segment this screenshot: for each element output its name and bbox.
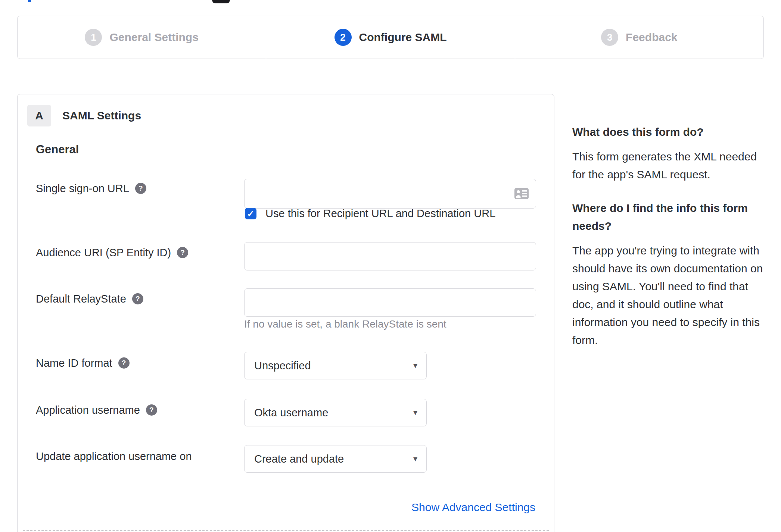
sso-url-input[interactable] (244, 179, 536, 209)
caret-down-icon: ▾ (413, 361, 417, 370)
relaystate-input[interactable] (244, 288, 536, 317)
step-1-label: General Settings (109, 31, 198, 44)
relaystate-helper-text: If no value is set, a blank RelayState i… (244, 318, 446, 330)
recipient-url-checkbox-row: ✓ Use this for Recipient URL and Destina… (245, 207, 495, 220)
update-username-label: Update application username on (36, 449, 192, 464)
caret-down-icon: ▾ (413, 454, 417, 464)
audience-uri-input[interactable] (244, 242, 536, 270)
help-question-2: Where do I find the info this form needs… (572, 199, 765, 235)
show-advanced-settings-link[interactable]: Show Advanced Settings (411, 501, 535, 514)
recipient-url-checkbox-label: Use this for Recipient URL and Destinati… (265, 207, 495, 220)
saml-settings-panel: A SAML Settings General Single sign-on U… (17, 94, 554, 532)
audience-uri-help-icon[interactable]: ? (177, 247, 188, 258)
name-id-format-value: Unspecified (254, 360, 311, 372)
relaystate-label: Default RelayState ? (36, 291, 143, 306)
help-answer-2: The app you're trying to integrate with … (572, 242, 765, 349)
application-username-help-icon[interactable]: ? (146, 404, 157, 416)
step-2-label: Configure SAML (359, 31, 447, 44)
sso-url-label: Single sign-on URL ? (36, 181, 146, 196)
section-dashed-separator (23, 530, 549, 531)
name-id-format-help-icon[interactable]: ? (118, 357, 130, 369)
name-id-format-select[interactable]: Unspecified ▾ (244, 352, 427, 379)
section-title: SAML Settings (62, 109, 141, 122)
audience-uri-input-wrap (244, 242, 536, 270)
caret-down-icon: ▾ (413, 408, 417, 417)
help-sidebar: What does this form do? This form genera… (572, 123, 765, 365)
update-username-value: Create and update (254, 453, 344, 465)
relaystate-input-wrap (244, 288, 536, 317)
step-1-circle: 1 (85, 29, 102, 46)
step-2-circle: 2 (335, 29, 352, 46)
application-username-value: Okta username (254, 407, 328, 419)
section-a-badge: A (27, 105, 51, 126)
step-3-circle: 3 (601, 29, 618, 46)
step-general-settings[interactable]: 1 General Settings (18, 16, 266, 59)
update-username-select[interactable]: Create and update ▾ (244, 445, 427, 473)
help-question-1: What does this form do? (572, 123, 765, 141)
help-answer-1: This form generates the XML needed for t… (572, 148, 765, 184)
cutoff-blue-fragment (28, 0, 31, 2)
application-username-select[interactable]: Okta username ▾ (244, 399, 427, 426)
general-heading: General (36, 143, 79, 156)
wizard-stepper: 1 General Settings 2 Configure SAML 3 Fe… (17, 16, 764, 59)
relaystate-help-icon[interactable]: ? (132, 293, 143, 304)
application-username-label: Application username ? (36, 403, 157, 417)
contact-card-icon (514, 188, 529, 199)
audience-uri-label: Audience URI (SP Entity ID) ? (36, 245, 188, 260)
sso-url-input-wrap (244, 179, 536, 209)
step-configure-saml[interactable]: 2 Configure SAML (266, 16, 514, 59)
name-id-format-label: Name ID format ? (36, 356, 130, 370)
panel-header: A SAML Settings (27, 105, 141, 126)
cutoff-black-fragment (212, 0, 230, 3)
checkmark-icon: ✓ (247, 209, 254, 219)
step-3-label: Feedback (626, 31, 677, 44)
sso-url-help-icon[interactable]: ? (135, 183, 146, 194)
step-feedback[interactable]: 3 Feedback (515, 16, 763, 59)
recipient-url-checkbox[interactable]: ✓ (245, 208, 256, 219)
